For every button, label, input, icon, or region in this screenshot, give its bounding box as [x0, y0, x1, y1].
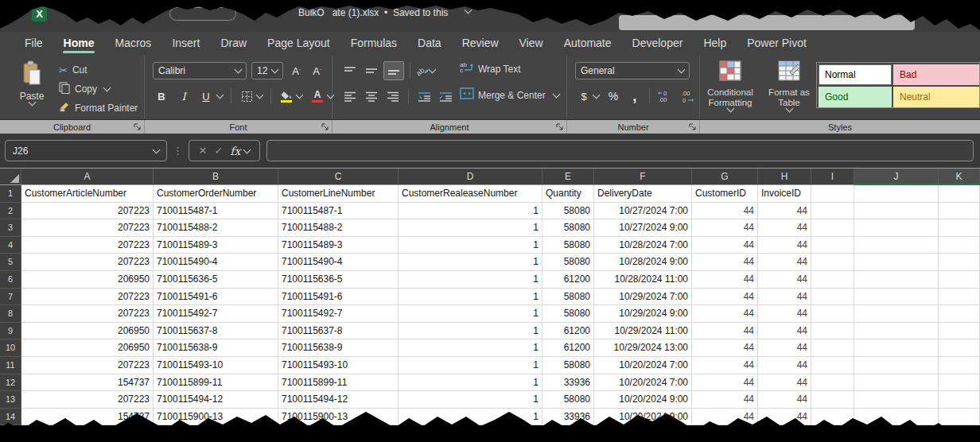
cell-H7[interactable]: 44 — [758, 289, 811, 306]
tab-formulas[interactable]: Formulas — [340, 32, 407, 56]
cell-K7[interactable] — [939, 289, 980, 306]
cell-G5[interactable]: 44 — [692, 254, 758, 271]
cell-G11[interactable]: 44 — [692, 357, 758, 374]
cell-F1[interactable]: DeliveryDate — [594, 185, 692, 203]
cell-I4[interactable] — [811, 237, 854, 254]
dialog-launcher-icon[interactable] — [688, 122, 697, 131]
cell-E6[interactable]: 61200 — [542, 271, 594, 289]
column-header-F[interactable]: F — [594, 169, 692, 185]
cell-C4[interactable]: 7100115489-3 — [278, 237, 399, 254]
row-header-5[interactable]: 5 — [0, 254, 21, 271]
tab-help[interactable]: Help — [693, 32, 737, 56]
row-header-1[interactable]: 1 — [0, 185, 21, 203]
cell-D6[interactable]: 1 — [399, 271, 542, 289]
column-header-E[interactable]: E — [542, 169, 594, 185]
cell-J11[interactable] — [854, 357, 939, 374]
italic-button[interactable]: I — [177, 87, 191, 105]
select-all-button[interactable] — [0, 169, 21, 185]
cell-K9[interactable] — [939, 323, 980, 340]
underline-button[interactable]: U — [199, 87, 213, 105]
cell-D4[interactable]: 1 — [399, 237, 542, 254]
cell-I7[interactable] — [811, 289, 854, 306]
cell-B3[interactable]: 7100115488-2 — [154, 219, 278, 237]
cell-A12[interactable]: 154737 — [21, 374, 154, 392]
cell-B2[interactable]: 7100115487-1 — [154, 203, 278, 220]
cell-I8[interactable] — [811, 305, 854, 323]
decrease-indent-button[interactable] — [414, 87, 434, 105]
cell-J12[interactable] — [854, 374, 939, 392]
cell-K13[interactable] — [939, 391, 980, 409]
format-painter-button[interactable]: Format Painter — [59, 99, 138, 118]
cell-C9[interactable]: 7100115637-8 — [278, 323, 399, 340]
cell-E1[interactable]: Quantity — [542, 185, 594, 203]
cell-F7[interactable]: 10/29/2024 7:00 — [594, 289, 692, 306]
decrease-font-size-button[interactable]: Aˇ — [310, 62, 325, 79]
merge-center-button[interactable]: Merge & Center — [460, 87, 559, 103]
cell-J5[interactable] — [854, 254, 939, 271]
cell-J8[interactable] — [854, 305, 939, 323]
cell-K11[interactable] — [939, 357, 980, 374]
cell-J3[interactable] — [854, 219, 939, 237]
cell-F2[interactable]: 10/27/2024 7:00 — [594, 203, 692, 220]
cell-C3[interactable]: 7100115488-2 — [278, 219, 399, 237]
cell-H13[interactable]: 44 — [758, 391, 811, 409]
cell-B10[interactable]: 7100115638-9 — [154, 339, 278, 357]
cell-B7[interactable]: 7100115491-6 — [154, 289, 278, 306]
align-top-button[interactable] — [340, 62, 360, 79]
cell-A4[interactable]: 207223 — [21, 237, 154, 254]
conditional-formatting-button[interactable]: Conditional Formatting — [702, 60, 759, 111]
cell-I6[interactable] — [811, 271, 854, 289]
cell-K6[interactable] — [939, 271, 980, 289]
cell-style-normal[interactable]: Normal — [819, 64, 892, 85]
align-right-button[interactable] — [383, 87, 402, 105]
cell-H14[interactable]: 44 — [758, 409, 811, 426]
cell-H9[interactable]: 44 — [758, 323, 811, 340]
cell-E2[interactable]: 58080 — [542, 203, 594, 220]
cancel-icon[interactable]: ✕ — [199, 145, 208, 157]
cell-D5[interactable]: 1 — [399, 254, 542, 271]
cell-I9[interactable] — [811, 323, 854, 340]
cell-G14[interactable]: 44 — [692, 409, 758, 426]
cell-I12[interactable] — [811, 374, 854, 392]
tab-power-pivot[interactable]: Power Pivot — [737, 32, 817, 56]
cell-F14[interactable]: 10/20/2024 9:00 — [594, 409, 692, 426]
cell-B1[interactable]: CustomerOrderNumber — [154, 185, 278, 203]
cell-D2[interactable]: 1 — [399, 203, 542, 220]
chevron-down-icon[interactable] — [256, 91, 264, 99]
font-color-button[interactable]: A — [310, 87, 325, 105]
chevron-down-icon[interactable] — [243, 145, 251, 153]
cell-B12[interactable]: 7100115899-11 — [154, 374, 278, 392]
cell-A5[interactable]: 207223 — [21, 254, 154, 271]
cell-A3[interactable]: 207223 — [21, 219, 154, 237]
cell-F8[interactable]: 10/29/2024 9:00 — [594, 305, 692, 323]
fill-color-button[interactable] — [279, 87, 294, 105]
cell-C12[interactable]: 7100115899-11 — [278, 374, 399, 392]
copy-button[interactable]: Copy — [59, 79, 110, 99]
cell-J9[interactable] — [854, 323, 939, 340]
cell-E13[interactable]: 58080 — [542, 391, 594, 409]
cell-A11[interactable]: 207223 — [21, 357, 154, 374]
cell-E7[interactable]: 58080 — [542, 289, 594, 306]
row-header-7[interactable]: 7 — [0, 289, 21, 306]
row-header-11[interactable]: 11 — [0, 357, 21, 374]
row-header-6[interactable]: 6 — [0, 271, 21, 289]
tab-home[interactable]: Home — [53, 32, 105, 56]
cell-G7[interactable]: 44 — [692, 289, 758, 306]
chevron-down-icon[interactable] — [296, 91, 304, 99]
cell-J1[interactable] — [854, 185, 939, 203]
column-header-H[interactable]: H — [758, 169, 811, 185]
tab-data[interactable]: Data — [407, 32, 452, 56]
cell-C10[interactable]: 7100115638-9 — [278, 339, 399, 357]
tab-developer[interactable]: Developer — [622, 32, 694, 56]
cell-B8[interactable]: 7100115492-7 — [154, 305, 278, 323]
cell-E10[interactable]: 61200 — [542, 339, 594, 357]
tab-macros[interactable]: Macros — [104, 32, 161, 56]
cell-C14[interactable]: 7100115900-13 — [278, 409, 399, 426]
cell-E4[interactable]: 58080 — [542, 237, 594, 254]
cell-D1[interactable]: CustomerRealeaseNumber — [399, 185, 542, 203]
cell-A1[interactable]: CustomerArticleNumber — [21, 185, 154, 203]
cell-A8[interactable]: 207223 — [21, 305, 154, 323]
cell-B13[interactable]: 7100115494-12 — [154, 391, 278, 409]
bold-button[interactable]: B — [154, 87, 169, 105]
cell-I14[interactable] — [811, 409, 854, 426]
